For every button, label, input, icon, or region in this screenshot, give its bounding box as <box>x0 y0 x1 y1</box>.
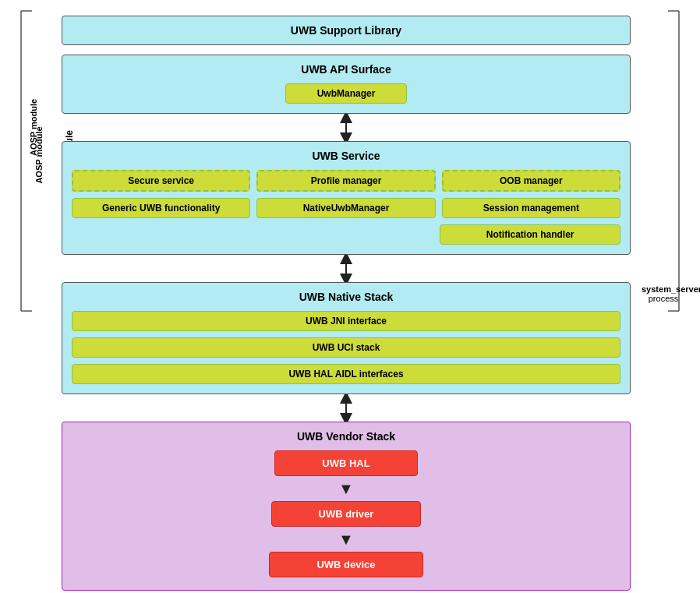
arrow-api-to-service <box>62 114 631 141</box>
api-surface-title: UWB API Surface <box>72 63 620 76</box>
uwb-hal-aidl-box: UWB HAL AIDL interfaces <box>72 364 620 384</box>
process-label: process <box>642 294 685 303</box>
uwb-device-box: UWB device <box>269 552 422 577</box>
uwb-jni-label: UWB JNI interface <box>306 316 387 327</box>
session-management-label: Session management <box>483 203 579 214</box>
vendor-stack-title: UWB Vendor Stack <box>72 430 620 443</box>
uwb-driver-box: UWB driver <box>271 501 422 527</box>
generic-uwb-box: Generic UWB functionality <box>72 198 250 218</box>
generic-uwb-label: Generic UWB functionality <box>102 203 220 214</box>
vendor-arrow-2: ▼ <box>338 531 354 547</box>
service-row-1: Secure service Profile manager OOB manag… <box>72 170 620 192</box>
uwb-jni-box: UWB JNI interface <box>72 311 620 331</box>
notification-handler-label: Notification handler <box>486 229 574 240</box>
uwb-hal-box: UWB HAL <box>274 450 417 476</box>
vendor-arrow-1: ▼ <box>338 481 354 496</box>
uwb-vendor-stack-box: UWB Vendor Stack UWB HAL ▼ UWB driver ▼ … <box>62 422 631 591</box>
native-stack-items: UWB JNI interface UWB UCI stack UWB HAL … <box>72 311 620 384</box>
profile-manager-box: Profile manager <box>256 170 435 192</box>
vendor-stack-items: UWB HAL ▼ UWB driver ▼ UWB device <box>72 450 620 577</box>
uwb-manager-label: UwbManager <box>317 88 376 99</box>
service-row-2: Generic UWB functionality NativeUwbManag… <box>72 198 620 218</box>
service-row-3: Notification handler <box>72 224 620 245</box>
uwb-hal-label: UWB HAL <box>322 457 369 469</box>
oob-manager-label: OOB manager <box>500 175 563 186</box>
secure-service-box: Secure service <box>72 170 250 192</box>
profile-manager-label: Profile manager <box>311 175 382 186</box>
arrow-native-to-vendor <box>62 394 631 422</box>
uwb-support-library-box: UWB Support Library <box>62 16 631 45</box>
uwb-support-lib-title: UWB Support Library <box>291 24 401 37</box>
native-uwb-manager-label: NativeUwbManager <box>303 203 390 214</box>
uwb-native-stack-box: UWB Native Stack UWB JNI interface UWB U… <box>62 282 631 394</box>
uwb-service-title: UWB Service <box>72 150 620 162</box>
native-stack-title: UWB Native Stack <box>72 291 620 303</box>
notification-handler-box: Notification handler <box>440 224 620 245</box>
uwb-uci-label: UWB UCI stack <box>313 342 380 353</box>
system-server-label: system_server <box>642 284 685 294</box>
uwb-api-surface-box: UWB API Surface UwbManager <box>62 55 631 114</box>
uwb-device-label: UWB device <box>316 559 375 570</box>
native-uwb-manager-box: NativeUwbManager <box>256 198 435 218</box>
uwb-service-box: UWB Service Secure service Profile manag… <box>62 141 631 255</box>
uwb-manager-box: UwbManager <box>285 83 408 104</box>
uwb-hal-aidl-label: UWB HAL AIDL interfaces <box>288 369 403 379</box>
oob-manager-box: OOB manager <box>442 170 620 192</box>
arrow-service-to-native <box>62 255 631 282</box>
session-management-box: Session management <box>442 198 620 218</box>
secure-service-label: Secure service <box>128 175 194 186</box>
uwb-uci-box: UWB UCI stack <box>72 337 620 358</box>
aosp-rotated-label: AOSP module <box>29 99 38 156</box>
uwb-driver-label: UWB driver <box>319 508 374 520</box>
